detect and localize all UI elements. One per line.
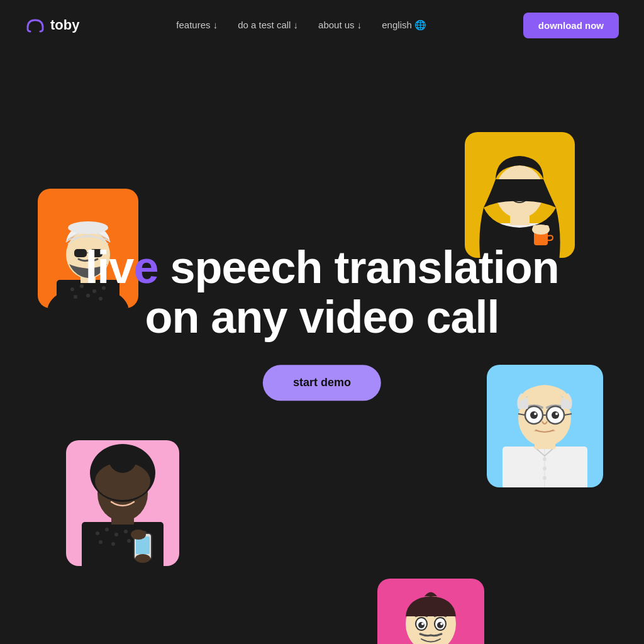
illustration-hijab-woman xyxy=(465,132,575,258)
svg-point-64 xyxy=(131,530,146,540)
svg-point-61 xyxy=(109,445,136,473)
nav-item-language[interactable]: english 🌐 xyxy=(382,19,426,31)
logo-icon xyxy=(25,15,45,35)
svg-point-78 xyxy=(440,623,443,625)
nav-item-test-call[interactable]: do a test call ↓ xyxy=(238,19,298,31)
navbar: toby features ↓ do a test call ↓ about u… xyxy=(0,0,644,50)
download-now-button[interactable]: download now xyxy=(523,13,619,38)
svg-point-42 xyxy=(534,413,536,415)
svg-rect-27 xyxy=(533,225,549,230)
hero-headline: live speech translation on any video cal… xyxy=(48,243,596,342)
card-kid xyxy=(377,579,484,644)
svg-point-31 xyxy=(543,467,547,470)
svg-point-46 xyxy=(105,528,109,531)
nav-links: features ↓ do a test call ↓ about us ↓ e… xyxy=(176,19,426,31)
nav-link-about[interactable]: about us ↓ xyxy=(318,19,362,30)
highlight-e: e xyxy=(133,242,158,292)
svg-point-40 xyxy=(530,411,538,419)
nav-link-test-call[interactable]: do a test call ↓ xyxy=(238,19,298,30)
svg-point-51 xyxy=(99,540,103,544)
svg-point-14 xyxy=(68,221,108,234)
card-hijab-woman xyxy=(465,132,575,258)
headline-line2: on any video call xyxy=(145,292,499,343)
logo: toby xyxy=(25,15,79,35)
svg-point-32 xyxy=(543,476,547,480)
svg-point-76 xyxy=(437,622,443,628)
svg-point-41 xyxy=(552,411,559,419)
svg-point-43 xyxy=(555,413,558,415)
svg-point-47 xyxy=(114,533,118,536)
hero-text-container: live speech translation on any video cal… xyxy=(48,243,596,401)
headline-word-live: live speech translation xyxy=(85,242,558,292)
svg-point-48 xyxy=(124,530,128,533)
illustration-woman-phone xyxy=(66,440,179,566)
nav-link-language[interactable]: english 🌐 xyxy=(382,19,426,30)
svg-point-45 xyxy=(96,531,99,535)
hero-section: live speech translation on any video cal… xyxy=(0,50,644,644)
brand-name: toby xyxy=(50,17,79,33)
svg-point-52 xyxy=(111,542,115,546)
svg-point-77 xyxy=(421,623,424,625)
nav-item-about[interactable]: about us ↓ xyxy=(318,19,362,31)
card-woman-phone xyxy=(66,440,179,566)
nav-link-features[interactable]: features ↓ xyxy=(176,19,218,30)
illustration-kid xyxy=(377,579,484,644)
svg-point-53 xyxy=(127,539,131,543)
svg-point-30 xyxy=(543,457,547,461)
svg-point-75 xyxy=(418,622,425,628)
start-demo-button[interactable]: start demo xyxy=(263,365,381,401)
svg-point-65 xyxy=(135,554,150,563)
nav-item-features[interactable]: features ↓ xyxy=(176,19,218,31)
